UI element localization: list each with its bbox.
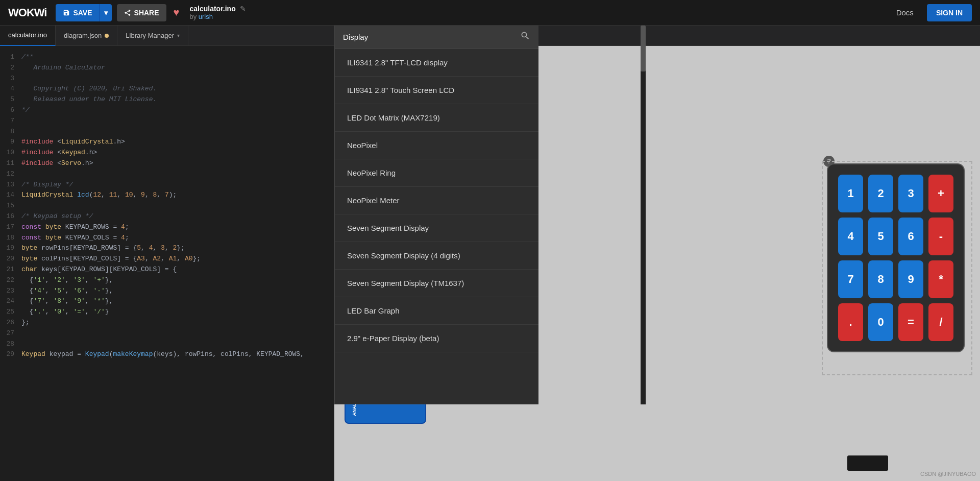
code-line: 17const byte KEYPAD_ROWS = 4; <box>0 222 334 233</box>
code-line: 1/** <box>0 52 334 63</box>
code-line: 23 {'4', '5', '6', '-'}, <box>0 286 334 297</box>
key-6[interactable]: 6 <box>898 218 923 255</box>
by-label: by <box>189 13 197 20</box>
tab-calculator-ino[interactable]: calculator.ino <box>0 26 56 46</box>
tab-library-manager[interactable]: Library Manager ▾ <box>117 26 188 46</box>
code-line: 3 <box>0 74 334 84</box>
code-line: 19byte rowPins[KEYPAD_ROWS] = {5, 4, 3, … <box>0 243 334 254</box>
author-link[interactable]: urish <box>199 13 213 20</box>
save-button[interactable]: SAVE ▾ <box>56 4 111 21</box>
library-item[interactable]: Seven Segment Display (4 digits) <box>335 242 538 270</box>
library-item[interactable]: Seven Segment Display (TM1637) <box>335 270 538 297</box>
code-line: 4 Copyright (C) 2020, Uri Shaked. <box>0 84 334 94</box>
key-4[interactable]: 4 <box>838 218 863 255</box>
tab-label: calculator.ino <box>8 31 47 39</box>
library-item[interactable]: NeoPixel Meter <box>335 187 538 214</box>
code-line: 25 {'.', '0', '=', '/'} <box>0 307 334 318</box>
logo: WOKWi <box>8 6 46 19</box>
key-plus[interactable]: + <box>928 175 953 212</box>
chevron-down-icon: ▾ <box>177 33 180 38</box>
library-item[interactable]: NeoPixel Ring <box>335 159 538 187</box>
code-line: 10#include <Keypad.h> <box>0 148 334 158</box>
dropdown-list: ILI9341 2.8" TFT-LCD display ILI9341 2.8… <box>335 49 538 404</box>
tab-label: Library Manager <box>126 32 174 39</box>
key-equals[interactable]: = <box>898 303 923 341</box>
code-line: 24 {'7', '8', '9', '*'}, <box>0 296 334 307</box>
tab-label: diagram.json <box>64 32 102 39</box>
code-line: 16/* Keypad setup */ <box>0 211 334 222</box>
signin-button[interactable]: SIGN IN <box>927 4 972 21</box>
code-line: 5 Released under the MIT License. <box>0 94 334 105</box>
code-line: 14LiquidCrystal lcd(12, 11, 10, 9, 8, 7)… <box>0 190 334 201</box>
code-line: 8 <box>0 127 334 137</box>
file-info: calculator.ino ✎ by urish <box>189 5 246 20</box>
library-item[interactable]: NeoPixel <box>335 132 538 159</box>
library-item[interactable]: ILI9341 2.8" TFT-LCD display <box>335 49 538 77</box>
key-2[interactable]: 2 <box>868 175 893 212</box>
code-line: 18const byte KEYPAD_COLS = 4; <box>0 233 334 244</box>
code-line: 26}; <box>0 318 334 328</box>
code-line: 11#include <Servo.h> <box>0 158 334 169</box>
code-line: 15 <box>0 201 334 211</box>
edit-icon[interactable]: ✎ <box>240 5 246 13</box>
library-item[interactable]: LED Dot Matrix (MAX7219) <box>335 104 538 132</box>
code-line: 12 <box>0 169 334 180</box>
share-button[interactable]: SHARE <box>117 4 166 21</box>
favorite-button[interactable]: ♥ <box>172 7 182 18</box>
top-nav: WOKWi SAVE ▾ SHARE ♥ calculator.ino ✎ by… <box>0 0 980 26</box>
code-line: 13/* Display */ <box>0 180 334 190</box>
dropdown-header: Display <box>335 26 538 49</box>
tab-diagram-json[interactable]: diagram.json <box>56 26 117 46</box>
keypad-component[interactable]: 1 2 3 + 4 5 6 - 7 8 9 * . 0 = / <box>827 163 965 352</box>
key-9[interactable]: 9 <box>898 260 923 298</box>
code-line: 7 <box>0 116 334 127</box>
code-line: 6*/ <box>0 105 334 116</box>
library-item-led-bar-graph[interactable]: LED Bar Graph <box>335 297 538 325</box>
connector-component[interactable] <box>847 455 888 471</box>
save-label: SAVE <box>73 9 92 17</box>
code-line: 22 {'1', '2', '3', '+'}, <box>0 275 334 286</box>
scrollbar-thumb[interactable] <box>641 26 646 71</box>
code-line: 20byte colPins[KEYPAD_COLS] = {A3, A2, A… <box>0 254 334 264</box>
watermark: CSDN @JINYUBAOO <box>920 471 976 477</box>
code-line: 9#include <LiquidCrystal.h> <box>0 137 334 148</box>
key-0[interactable]: 0 <box>868 303 893 341</box>
code-line: 21char keys[KEYPAD_ROWS][KEYPAD_COLS] = … <box>0 264 334 275</box>
scrollbar-track[interactable] <box>641 26 646 404</box>
library-item[interactable]: ILI9341 2.8" Touch Screen LCD <box>335 77 538 104</box>
unsaved-dot <box>105 34 109 38</box>
code-line: 27 <box>0 328 334 339</box>
key-5[interactable]: 5 <box>868 218 893 255</box>
library-item[interactable]: 2.9" e-Paper Display (beta) <box>335 325 538 352</box>
key-dot[interactable]: . <box>838 303 863 341</box>
library-item[interactable]: Seven Segment Display <box>335 214 538 242</box>
key-minus[interactable]: - <box>928 218 953 255</box>
key-divide[interactable]: / <box>928 303 953 341</box>
key-7[interactable]: 7 <box>838 260 863 298</box>
library-manager-dropdown: Display ILI9341 2.8" TFT-LCD display ILI… <box>334 26 538 404</box>
key-3[interactable]: 3 <box>898 175 923 212</box>
key-8[interactable]: 8 <box>868 260 893 298</box>
dropdown-title: Display <box>343 33 368 41</box>
filename: calculator.ino <box>189 5 235 13</box>
code-line: 28 <box>0 339 334 350</box>
search-icon[interactable] <box>520 31 530 43</box>
code-line: 2 Arduino Calculator <box>0 63 334 74</box>
code-line: 29Keypad keypad = Keypad(makeKeymap(keys… <box>0 349 334 360</box>
docs-link[interactable]: Docs <box>896 8 914 17</box>
code-editor[interactable]: 1/** 2 Arduino Calculator 3 4 Copyright … <box>0 46 334 481</box>
key-multiply[interactable]: * <box>928 260 953 298</box>
key-1[interactable]: 1 <box>838 175 863 212</box>
share-label: SHARE <box>134 9 159 17</box>
